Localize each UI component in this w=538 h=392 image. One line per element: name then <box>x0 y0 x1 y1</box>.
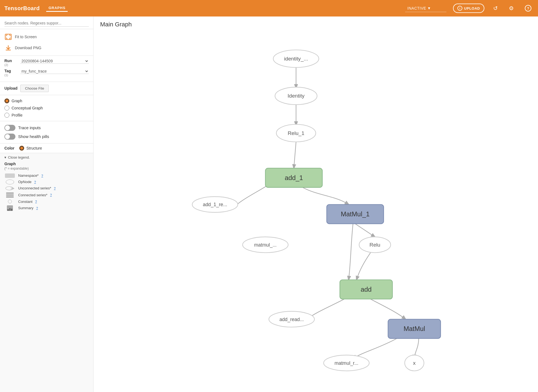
connected-icon <box>4 192 15 198</box>
color-structure-radio[interactable] <box>19 146 24 151</box>
profile-radio-label: Profile <box>12 113 23 117</box>
download-png-label: Download PNG <box>15 46 42 50</box>
opnode-icon <box>4 180 15 184</box>
constant-icon <box>4 200 15 203</box>
fit-to-screen-label: Fit to Screen <box>15 35 37 39</box>
info-icon: i <box>457 6 462 11</box>
graph-radio-row[interactable]: Graph <box>4 97 89 104</box>
run-selector[interactable]: 20200804-144509 <box>20 59 89 64</box>
legend-namespace-label: Namespace* <box>18 173 39 178</box>
node-identity-dots-label: identity_... <box>284 56 308 62</box>
trace-inputs-toggle[interactable] <box>4 125 15 131</box>
fit-to-screen-icon <box>4 33 12 41</box>
run-field-row: Run (2) 20200804-144509 <box>4 59 89 67</box>
legend-item-summary: Summary ? <box>4 205 89 212</box>
upload-label: Upload <box>4 86 18 90</box>
app-logo: TensorBoard <box>4 5 40 12</box>
search-input[interactable] <box>4 20 89 27</box>
upload-section: Upload Choose File <box>0 82 93 95</box>
legend-item-connected: Connected series* ? <box>4 191 89 199</box>
summary-help-link[interactable]: ? <box>36 206 38 210</box>
legend-summary-label: Summary <box>18 206 34 210</box>
show-health-pills-row: Show health pills <box>4 132 89 141</box>
main-layout: Fit to Screen Download PNG Run (2) <box>0 16 538 392</box>
legend-unconnected-label: Unconnected series* <box>18 186 51 190</box>
header-nav: GRAPHS <box>46 5 68 12</box>
settings-button[interactable]: ⚙ <box>507 4 516 13</box>
help-button[interactable]: ? <box>523 4 534 13</box>
status-dropdown-arrow: ▾ <box>428 5 430 11</box>
edge-relu-to-add <box>356 253 370 280</box>
color-label: Color <box>4 146 17 150</box>
legend-item-namespace: Namespace* ? <box>4 173 89 179</box>
node-x-label: x <box>413 360 416 366</box>
opnode-help-link[interactable]: ? <box>34 180 36 184</box>
help-icon: ? <box>525 5 531 12</box>
upload-label: UPLOAD <box>464 6 480 10</box>
edge-relu1-to-add1 <box>294 142 296 168</box>
node-add1re-label: add_1_re... <box>203 202 227 208</box>
graph-radio-label: Graph <box>12 99 22 103</box>
run-label-wrap: Run (2) <box>4 59 18 67</box>
constant-help-link[interactable]: ? <box>35 200 37 203</box>
conceptual-graph-radio[interactable] <box>4 106 9 111</box>
legend-connected-label: Connected series* <box>18 193 47 197</box>
header: TensorBoard GRAPHS INACTIVE ▾ i UPLOAD ↺… <box>0 0 538 16</box>
node-relu1-label: Relu_1 <box>288 130 304 136</box>
trace-inputs-row: Trace inputs <box>4 123 89 132</box>
unconnected-help-link[interactable]: ? <box>54 187 56 190</box>
fit-to-screen-row[interactable]: Fit to Screen <box>4 31 89 42</box>
connected-help-link[interactable]: ? <box>50 193 52 197</box>
profile-radio-row[interactable]: Profile <box>4 112 89 119</box>
summary-icon <box>4 205 15 211</box>
trace-inputs-label: Trace inputs <box>18 125 41 130</box>
trace-inputs-slider <box>4 125 15 131</box>
legend-item-opnode: OpNode ? <box>4 179 89 185</box>
search-section <box>0 16 93 29</box>
toggles-section: Trace inputs Show health pills <box>0 121 93 143</box>
settings-icon: ⚙ <box>509 5 514 12</box>
graph-canvas[interactable]: identity_... Identity Relu_1 add_1 add_1… <box>94 30 538 389</box>
show-health-pills-toggle[interactable] <box>4 134 15 140</box>
legend-toggle-label: Close legend. <box>8 155 30 159</box>
edge-add1-to-matmul1 <box>303 187 348 205</box>
upload-row: Upload Choose File <box>4 85 89 92</box>
upload-button[interactable]: i UPLOAD <box>453 4 484 13</box>
run-count: (2) <box>4 63 18 67</box>
choose-file-button[interactable]: Choose File <box>20 85 49 92</box>
legend-toggle-row[interactable]: ▾ Close legend. <box>4 155 89 159</box>
actions-section: Fit to Screen Download PNG <box>0 29 93 56</box>
legend-opnode-label: OpNode <box>18 180 31 184</box>
tag-count: (1) <box>4 73 18 77</box>
unconnected-icon: ≫ <box>4 186 15 191</box>
refresh-button[interactable]: ↺ <box>491 4 500 13</box>
download-png-row[interactable]: Download PNG <box>4 42 89 53</box>
sidebar: Fit to Screen Download PNG Run (2) <box>0 16 94 392</box>
node-matmul-label: MatMul <box>404 325 425 332</box>
node-add-label: add <box>361 286 372 293</box>
node-add1-label: add_1 <box>285 174 303 181</box>
legend-section: ▾ Close legend. Graph (* = expandable) N… <box>0 153 93 392</box>
download-png-icon <box>4 44 12 52</box>
node-add-read-label: add_read... <box>279 317 304 322</box>
node-matmul-r-label: matmul_r... <box>334 360 358 366</box>
graph-area[interactable]: Main Graph <box>94 16 538 392</box>
legend-title: Graph <box>4 162 89 166</box>
run-label: Run <box>4 59 18 63</box>
graph-svg[interactable]: identity_... Identity Relu_1 add_1 add_1… <box>94 30 538 389</box>
run-tag-section: Run (2) 20200804-144509 Tag (1) my_func_… <box>0 56 93 82</box>
profile-radio[interactable] <box>4 113 9 118</box>
color-section: Color Structure <box>0 143 93 153</box>
run-status-selector[interactable]: INACTIVE ▾ <box>405 4 446 12</box>
tag-label-wrap: Tag (1) <box>4 69 18 77</box>
namespace-help-link[interactable]: ? <box>41 174 43 177</box>
node-relu-label: Relu <box>369 242 380 248</box>
show-health-pills-slider <box>4 134 15 140</box>
graphs-nav-item[interactable]: GRAPHS <box>46 5 68 12</box>
node-matmul-dots-label: matmul_... <box>254 242 277 248</box>
inactive-badge: INACTIVE <box>407 6 426 10</box>
graph-type-radio-group: Graph Conceptual Graph Profile <box>0 95 93 121</box>
tag-selector[interactable]: my_func_trace <box>20 69 89 74</box>
conceptual-graph-radio-row[interactable]: Conceptual Graph <box>4 104 89 112</box>
graph-radio[interactable] <box>4 98 9 103</box>
